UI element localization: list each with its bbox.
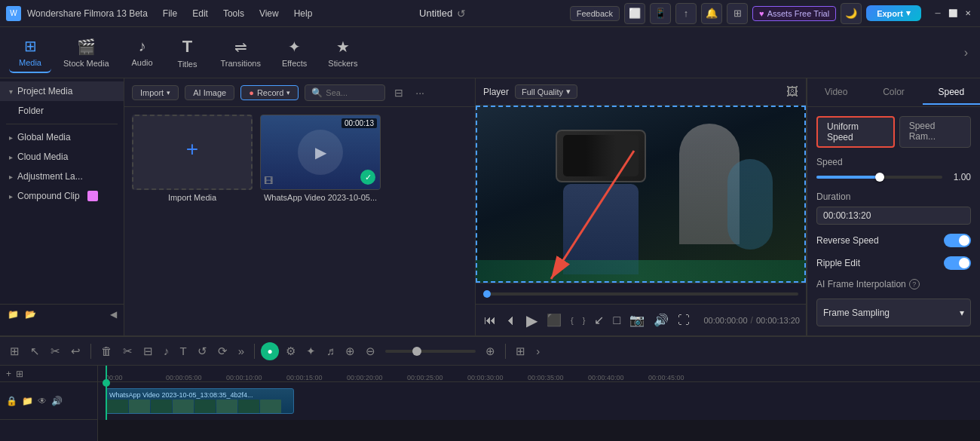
feedback-button[interactable]: Feedback [570,6,620,21]
panel-global-media[interactable]: ▸ Global Media [0,127,124,147]
filter-icon[interactable]: ⊟ [391,85,406,100]
close-button[interactable]: ✕ [962,8,974,20]
screenshot-icon[interactable]: 🖼 [786,85,798,99]
collapse-panel-icon[interactable]: ◀ [110,309,117,320]
timeline-record-button[interactable]: ● [261,342,279,360]
timeline-delete-icon[interactable]: 🗑 [97,342,116,360]
video-item-whatsapp[interactable]: ▶ 00:00:13 ✓ 🎞 WhatsApp Video 2023-10-05… [260,115,381,202]
snapshot-icon[interactable]: 📷 [627,311,647,329]
timeline-effects-icon[interactable]: ✦ [302,342,320,360]
insert-icon[interactable]: ↙ [592,311,606,329]
grid-icon[interactable]: ⊞ [727,3,748,24]
timeline-text-icon[interactable]: T [176,342,191,360]
timeline-cursor2-icon[interactable]: ⊕ [341,342,359,360]
more-options-icon[interactable]: ··· [412,85,427,100]
menu-view[interactable]: View [256,7,282,20]
folder-track-icon[interactable]: 📁 [22,396,33,406]
speed-slider[interactable] [816,176,942,179]
quality-selector[interactable]: Full Quality ▾ [515,84,577,99]
ai-image-button[interactable]: AI Image [185,85,234,100]
speaker-icon[interactable]: 🔊 [51,396,63,406]
timeline-more-icon[interactable]: › [532,342,544,360]
toolbar-effects[interactable]: ✦ Effects [273,33,316,72]
play-icon[interactable]: ▶ [524,309,540,332]
zoom-slider[interactable] [385,350,476,353]
refresh-icon[interactable]: ↺ [457,8,466,20]
maximize-button[interactable]: ⬜ [947,8,959,20]
toolbar-stock-media[interactable]: 🎬 Stock Media [54,33,118,72]
search-input[interactable] [326,88,378,97]
timeline-minus-icon[interactable]: ⊖ [362,342,379,360]
uniform-speed-tab[interactable]: Uniform Speed [816,116,895,148]
phone-icon[interactable]: 📱 [650,3,671,24]
import-button[interactable]: Import ▾ [132,85,179,100]
timeline-split-icon[interactable]: ⊟ [139,342,157,360]
toolbar-audio[interactable]: ♪ Audio [121,33,164,72]
playhead-dot[interactable] [483,290,491,298]
frame-sampling-dropdown[interactable]: Frame Sampling ▾ [816,299,971,326]
tab-color[interactable]: Color [865,81,922,105]
toolbar-titles[interactable]: T Titles [167,32,209,73]
stop-icon[interactable]: ⬛ [544,311,564,329]
new-folder-icon[interactable]: 📁 [8,309,19,320]
speed-slider-thumb[interactable] [875,173,884,182]
progress-track[interactable] [483,292,798,296]
speed-ramp-tab[interactable]: Speed Ram... [899,116,971,148]
toolbar-transitions[interactable]: ⇌ Transitions [212,33,270,72]
eye-icon[interactable]: 👁 [38,396,47,406]
add-track-icon[interactable]: + [6,369,11,379]
timeline-grid-icon[interactable]: ⊞ [6,342,23,360]
timeline-trim-icon[interactable]: ✂ [47,342,64,360]
theme-icon[interactable]: 🌙 [841,3,862,24]
timeline-forward-icon[interactable]: » [234,342,248,360]
toolbar-stickers[interactable]: ★ Stickers [319,33,366,72]
panel-compound-clip[interactable]: ▸ Compound Clip [0,186,124,206]
timeline-cursor-icon[interactable]: ↖ [26,342,44,360]
menu-file[interactable]: File [160,7,180,20]
volume-icon[interactable]: 🔊 [651,311,671,329]
fullscreen-icon[interactable]: ⛶ [675,311,692,329]
reverse-speed-toggle[interactable] [944,234,971,247]
monitor-icon[interactable]: ⬜ [624,3,645,24]
timeline-plus-icon[interactable]: ⊕ [482,342,499,360]
timeline-music-icon[interactable]: ♬ [323,342,338,360]
player-tab[interactable]: Player [483,87,509,97]
assets-free-trial-button[interactable]: ♥ Assets Free Trial [752,6,836,21]
panel-project-media[interactable]: ▾ Project Media [0,81,124,101]
mark-out-icon[interactable]: } [580,314,588,327]
duration-input[interactable] [816,207,971,225]
timeline-settings-icon[interactable]: ⚙ [282,342,299,360]
export-button[interactable]: Export ▾ [866,5,921,21]
menu-edit[interactable]: Edit [189,7,211,20]
lock-icon[interactable]: 🔒 [6,396,17,406]
timeline-loop-icon[interactable]: ⟳ [214,342,231,360]
add-folder-icon[interactable]: 📂 [25,309,36,320]
panel-folder[interactable]: Folder [0,101,124,121]
manage-tracks-icon[interactable]: ⊞ [16,369,23,379]
tab-speed[interactable]: Speed [923,81,980,105]
panel-cloud-media[interactable]: ▸ Cloud Media [0,147,124,167]
toolbar-expand-icon[interactable]: › [961,43,971,63]
step-back-icon[interactable]: ⏴ [503,311,519,329]
minimize-button[interactable]: ─ [932,8,944,20]
timeline-cut-icon[interactable]: ✂ [119,342,136,360]
menu-help[interactable]: Help [291,7,316,20]
mark-in-icon[interactable]: { [568,314,576,327]
menu-tools[interactable]: Tools [220,7,247,20]
import-placeholder-item[interactable]: + Import Media [132,115,253,202]
record-button[interactable]: ● Record ▾ [240,85,299,100]
upload-icon[interactable]: ↑ [675,3,697,24]
panel-adjustment-layer[interactable]: ▸ Adjustment La... [0,167,124,186]
tab-video[interactable]: Video [807,81,865,105]
ripple-edit-toggle[interactable] [944,256,971,270]
timeline-audio-icon[interactable]: ♪ [160,342,173,360]
timeline-undo-icon[interactable]: ↩ [67,342,84,360]
timeline-rewind-icon[interactable]: ↺ [194,342,211,360]
info-icon[interactable]: ? [909,279,920,289]
zoom-thumb[interactable] [412,347,421,356]
toolbar-media[interactable]: ⊞ Media [9,32,51,73]
skip-back-icon[interactable]: ⏮ [482,311,498,329]
bell-icon[interactable]: 🔔 [701,3,722,24]
timeline-layout-icon[interactable]: ⊞ [512,342,529,360]
append-icon[interactable]: □ [611,311,623,329]
